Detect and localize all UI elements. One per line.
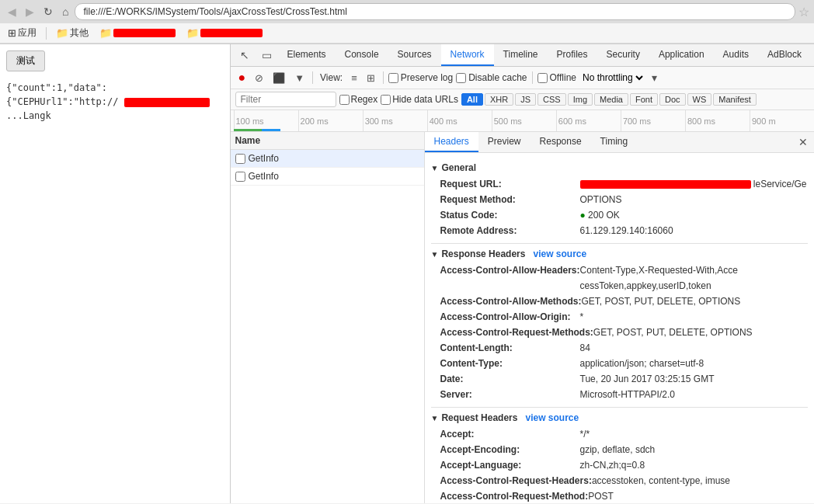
request-checkbox-2[interactable] xyxy=(235,172,245,182)
tab-adblock[interactable]: AdBlock xyxy=(758,44,811,66)
hide-data-urls-label[interactable]: Hide data URLs xyxy=(381,94,458,105)
toolbar-divider-2 xyxy=(383,71,384,84)
folder-icon-3: 📁 xyxy=(186,27,199,39)
tab-audits[interactable]: Audits xyxy=(714,44,758,66)
request-header-key-4: Access-Control-Request-Method: xyxy=(440,489,589,503)
bookmark-star-button[interactable]: ☆ xyxy=(798,5,809,19)
timeline-bar xyxy=(234,129,280,131)
filter-js-button[interactable]: JS xyxy=(515,93,536,106)
offline-label[interactable]: Offline xyxy=(537,72,576,83)
hide-data-urls-checkbox[interactable] xyxy=(381,95,391,105)
ruler-mark-600: 600 ms xyxy=(556,110,621,132)
response-header-row-0: Access-Control-Allow-Headers: Content-Ty… xyxy=(431,262,809,278)
folder-icon: 📁 xyxy=(56,27,68,39)
filter-media-button[interactable]: Media xyxy=(594,93,628,106)
response-header-key-1: Access-Control-Allow-Methods: xyxy=(440,294,582,308)
response-header-key-7: Server: xyxy=(440,388,580,401)
request-header-val-0: */* xyxy=(580,427,590,441)
filter-ws-button[interactable]: WS xyxy=(687,93,712,106)
ruler-mark-700: 700 ms xyxy=(621,110,685,132)
request-method-key: Request Method: xyxy=(440,193,580,207)
filter-manifest-button[interactable]: Manifest xyxy=(713,93,757,106)
response-header-key-0: Access-Control-Allow-Headers: xyxy=(440,263,580,277)
triangle-icon: ▼ xyxy=(431,164,439,172)
tab-sources[interactable]: Sources xyxy=(388,44,441,66)
request-list: Name GetInfo GetInfo xyxy=(231,132,425,503)
filter-xhr-button[interactable]: XHR xyxy=(485,93,513,106)
divider-2 xyxy=(431,407,809,408)
request-name-2: GetInfo xyxy=(249,171,279,182)
devtools-cursor-icon[interactable]: ↖ xyxy=(234,44,256,66)
request-header-key-1: Accept-Encoding: xyxy=(440,443,580,457)
request-header-row-4: Access-Control-Request-Method: POST xyxy=(431,488,809,503)
network-toolbar: ● ⊘ ⬛ ▼ View: ≡ ⊞ Preserve log Disable c… xyxy=(231,67,815,89)
throttle-select[interactable]: No throttling xyxy=(579,71,645,84)
bookmark-other[interactable]: 📁 其他 xyxy=(53,25,92,41)
filter-input[interactable] xyxy=(235,92,336,107)
remote-address-row: Remote Address: 61.129.129.140:16060 xyxy=(431,223,809,238)
preserve-log-label[interactable]: Preserve log xyxy=(388,72,453,83)
remote-address-key: Remote Address: xyxy=(440,224,580,238)
devtools-device-icon[interactable]: ▭ xyxy=(256,44,278,66)
offline-checkbox[interactable] xyxy=(537,73,548,83)
test-button[interactable]: 测试 xyxy=(6,50,45,71)
bookmark-redacted2[interactable]: 📁 xyxy=(183,26,266,40)
tab-timeline[interactable]: Timeline xyxy=(494,44,548,66)
group-by-frame-button[interactable]: ⊞ xyxy=(364,71,378,85)
filter-doc-button[interactable]: Doc xyxy=(659,93,686,106)
redacted-url xyxy=(124,98,210,107)
response-header-key-2: Access-Control-Allow-Origin: xyxy=(440,310,580,324)
tab-security[interactable]: Security xyxy=(597,44,649,66)
tab-network[interactable]: Network xyxy=(441,44,494,66)
response-view-source-link[interactable]: view source xyxy=(533,249,586,259)
request-method-row: Request Method: OPTIONS xyxy=(431,192,809,207)
filter-img-button[interactable]: Img xyxy=(568,93,593,106)
screenshot-button[interactable]: ⬛ xyxy=(270,71,288,85)
tab-timing[interactable]: Timing xyxy=(591,132,638,152)
response-header-val-0: Content-Type,X-Requested-With,Acce xyxy=(580,263,738,277)
tab-response[interactable]: Response xyxy=(530,132,591,152)
regex-checkbox[interactable] xyxy=(339,95,350,105)
address-bar[interactable] xyxy=(75,3,795,20)
more-button[interactable]: ▾ xyxy=(649,70,660,85)
request-checkbox-1[interactable] xyxy=(235,154,245,164)
preserve-log-checkbox[interactable] xyxy=(388,73,398,83)
tab-preview[interactable]: Preview xyxy=(478,132,530,152)
home-button[interactable]: ⌂ xyxy=(59,4,71,19)
table-row[interactable]: GetInfo xyxy=(231,150,424,168)
response-header-key-5: Content-Type: xyxy=(440,356,580,370)
details-close-button[interactable]: ✕ xyxy=(792,133,814,151)
request-header-val-4: POST xyxy=(588,489,614,503)
filter-toggle-button[interactable]: ▼ xyxy=(291,71,308,85)
filter-all-button[interactable]: All xyxy=(461,93,483,106)
request-header-row-0: Accept: */* xyxy=(431,426,809,442)
disable-cache-label[interactable]: Disable cache xyxy=(456,72,527,83)
tab-profiles[interactable]: Profiles xyxy=(548,44,597,66)
record-button[interactable]: ● xyxy=(235,69,249,86)
response-header-row-0b: cessToken,appkey,userID,token xyxy=(431,278,809,294)
back-button[interactable]: ◀ xyxy=(5,4,19,19)
tab-elements[interactable]: Elements xyxy=(278,44,336,66)
refresh-button[interactable]: ↻ xyxy=(40,4,56,19)
list-view-button[interactable]: ≡ xyxy=(348,71,360,85)
response-header-row-6: Date: Tue, 20 Jun 2017 03:25:15 GMT xyxy=(431,371,809,387)
tab-console[interactable]: Console xyxy=(336,44,388,66)
tab-headers[interactable]: Headers xyxy=(425,132,478,152)
request-method-val: OPTIONS xyxy=(580,193,622,207)
bookmark-redacted1[interactable]: 📁 xyxy=(96,26,179,40)
response-header-row-3: Access-Control-Request-Methods: GET, POS… xyxy=(431,325,809,340)
regex-label[interactable]: Regex xyxy=(339,94,378,105)
table-row[interactable]: GetInfo xyxy=(231,168,424,186)
devtools-panel: ↖ ▭ Elements Console Sources Network Tim… xyxy=(231,44,815,503)
forward-button[interactable]: ▶ xyxy=(23,4,37,19)
clear-button[interactable]: ⊘ xyxy=(252,71,266,85)
request-view-source-link[interactable]: view source xyxy=(525,412,579,423)
filter-bar: Regex Hide data URLs All XHR JS CSS Img … xyxy=(231,89,815,110)
status-code-row: Status Code: ● 200 OK xyxy=(431,207,809,223)
tab-application[interactable]: Application xyxy=(649,44,714,66)
json-line-1: {"count":1,"data": xyxy=(6,81,224,95)
disable-cache-checkbox[interactable] xyxy=(456,73,466,83)
filter-css-button[interactable]: CSS xyxy=(537,93,566,106)
filter-font-button[interactable]: Font xyxy=(630,93,658,106)
bookmark-apps[interactable]: ⊞ 应用 xyxy=(5,25,40,41)
